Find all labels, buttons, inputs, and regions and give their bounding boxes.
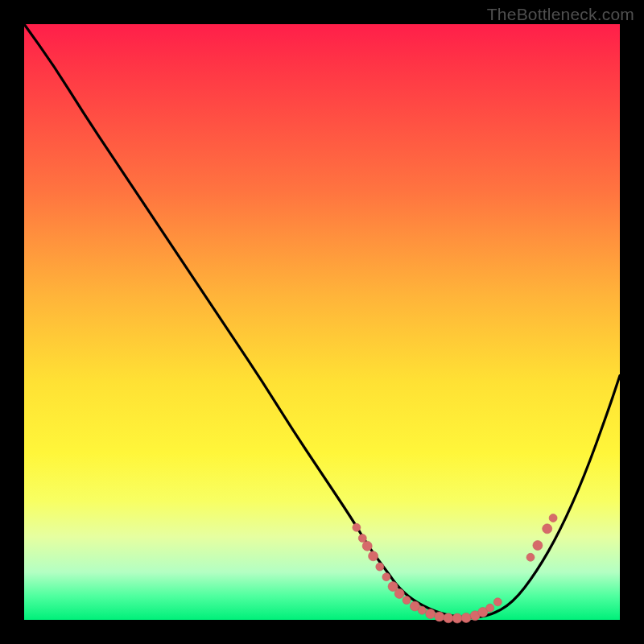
plot-area: [24, 24, 620, 620]
sample-point: [394, 588, 404, 598]
sample-point: [461, 613, 471, 622]
sample-point: [362, 541, 372, 551]
sample-point: [543, 524, 552, 534]
sample-point: [369, 551, 378, 561]
sample-point: [435, 612, 444, 621]
sample-point: [526, 553, 535, 561]
sample-point: [376, 563, 384, 571]
bottleneck-curve: [24, 24, 620, 617]
sample-point: [549, 514, 557, 522]
sample-point: [452, 613, 462, 623]
sample-point: [486, 604, 494, 612]
sample-point: [533, 541, 543, 551]
sample-point: [418, 606, 426, 614]
sample-point: [444, 613, 453, 623]
sample-point: [353, 523, 361, 531]
sample-point: [426, 609, 436, 619]
sample-points-group: [353, 514, 557, 624]
chart-stage: TheBottleneck.com: [0, 0, 644, 644]
sample-point: [402, 597, 411, 605]
watermark-label: TheBottleneck.com: [487, 5, 634, 24]
curve-layer: [24, 24, 620, 620]
sample-point: [358, 535, 366, 543]
sample-point: [382, 573, 390, 581]
sample-point: [493, 598, 502, 606]
